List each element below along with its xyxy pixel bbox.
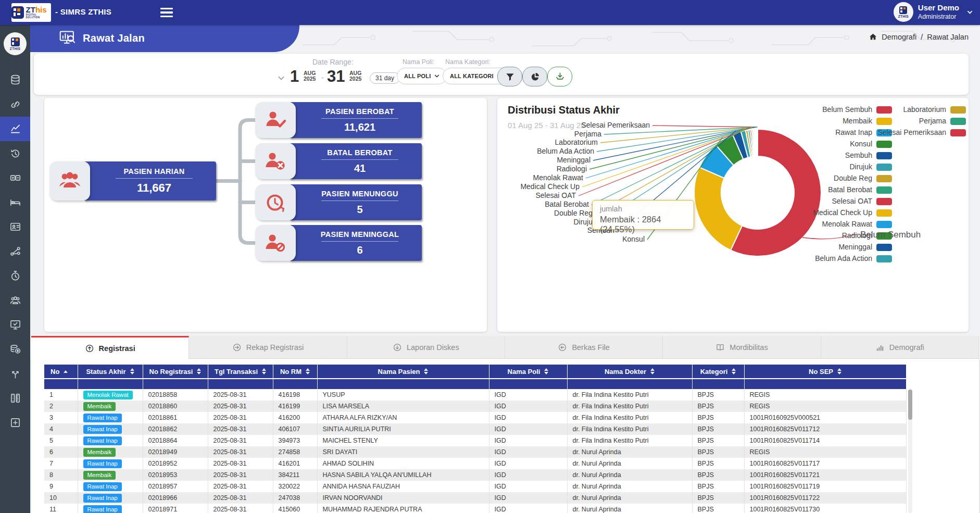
sidebar-item-bed[interactable] <box>0 190 30 215</box>
legend-label-belum-ada-action[interactable]: Belum Ada Action <box>815 254 872 262</box>
legend-label-rawat-inap[interactable]: Rawat Inap <box>835 128 872 136</box>
sort-icon[interactable] <box>197 368 201 374</box>
sidebar-item-measure[interactable] <box>0 386 30 410</box>
legend-label-perjama[interactable]: Perjama <box>919 117 946 125</box>
tab-registrasi[interactable]: Registrasi <box>31 336 189 359</box>
column-header-nama-dokter[interactable]: Nama Dokter <box>567 365 692 379</box>
legend-label-konsul[interactable]: Konsul <box>850 140 872 148</box>
sidebar-item-branch-arrows[interactable] <box>0 361 30 386</box>
legend-label-dirujuk[interactable]: Dirujuk <box>849 162 872 171</box>
legend-swatch-perjama[interactable] <box>950 118 966 125</box>
legend-label-medical-check-up[interactable]: Medical Check Up <box>813 208 872 217</box>
legend-swatch-batal-berobat[interactable] <box>876 186 892 194</box>
column-header-status-akhir[interactable]: Status Akhir <box>78 365 143 379</box>
legend-label-double-reg[interactable]: Double Reg <box>834 174 872 182</box>
sort-icon[interactable] <box>732 368 736 374</box>
legend-swatch-belum-sembuh[interactable] <box>876 106 892 114</box>
legend-swatch-belum-ada-action[interactable] <box>876 255 892 262</box>
legend-label-sembuh[interactable]: Sembuh <box>845 151 872 159</box>
legend-swatch-konsul[interactable] <box>876 141 892 148</box>
menu-toggle-icon[interactable] <box>160 8 173 17</box>
sidebar-item-history[interactable] <box>0 141 30 166</box>
table-row[interactable]: 11Rawat Inap020189712025-08-31415060MUHA… <box>44 504 906 513</box>
sidebar-item-chart-line[interactable] <box>0 117 30 141</box>
date-end-monthyear[interactable]: AUG2025 <box>349 70 361 82</box>
sidebar-item-users[interactable] <box>0 288 30 312</box>
sort-icon[interactable] <box>650 368 655 374</box>
tab-mordibilitas[interactable]: Mordibilitas <box>663 336 821 359</box>
legend-label-menolak-rawat[interactable]: Menolak Rawat <box>822 220 873 228</box>
download-button[interactable] <box>547 67 572 86</box>
apply-filter-button[interactable] <box>497 67 522 86</box>
legend-label-meninggal[interactable]: Meninggal <box>838 243 872 251</box>
tab-rekap-registrasi[interactable]: Rekap Registrasi <box>189 336 347 359</box>
app-logo[interactable]: ZThis DIGITAL SOLUTION <box>11 3 51 22</box>
sidebar-item-database[interactable] <box>0 68 30 92</box>
table-row[interactable]: 2Membaik020188602025-08-31416199LISA MAR… <box>44 401 906 412</box>
column-header-nama-poli[interactable]: Nama Poli <box>489 365 567 379</box>
tab-laporan-diskes[interactable]: Laporan Diskes <box>347 336 505 359</box>
table-row[interactable]: 8Membaik020189532025-08-31384211HASNA SA… <box>44 469 906 481</box>
donut-slice-membaik[interactable] <box>694 167 742 250</box>
sidebar-item-add-box[interactable] <box>0 410 30 435</box>
legend-label-selesai-oat[interactable]: Selesai OAT <box>832 197 872 205</box>
sort-icon[interactable] <box>424 368 428 374</box>
legend-swatch-selesai-oat[interactable] <box>876 198 892 205</box>
table-row[interactable]: 9Rawat Inap020189572025-08-31320022ANNID… <box>44 481 906 492</box>
sort-icon[interactable] <box>130 368 134 374</box>
sidebar-item-link[interactable] <box>0 92 30 117</box>
date-picker-chevron-icon[interactable] <box>278 74 285 82</box>
sort-icon[interactable] <box>306 368 310 374</box>
legend-swatch-sembuh[interactable] <box>876 152 892 159</box>
sidebar-item-stopwatch[interactable] <box>0 264 30 288</box>
tab-berkas-file[interactable]: Berkas File <box>505 336 663 359</box>
chart-view-button[interactable] <box>522 67 547 86</box>
date-start-day[interactable]: 1 <box>290 68 299 84</box>
sort-icon[interactable] <box>837 368 841 374</box>
sort-icon[interactable] <box>262 368 266 374</box>
table-row[interactable]: 4Rawat Inap020188622025-08-31406107SINTI… <box>44 423 906 435</box>
sidebar-item-calculator[interactable] <box>0 166 30 190</box>
legend-label-membaik[interactable]: Membaik <box>843 117 872 125</box>
table-row[interactable]: 7Rawat Inap020189522025-08-31416201AHMAD… <box>44 458 906 469</box>
table-row[interactable]: 3Rawat Inap020188612025-08-31416200ATHAR… <box>44 412 906 423</box>
legend-label-laboratorium[interactable]: Laboratorium <box>903 105 947 114</box>
user-menu[interactable]: ZTHIS User Demo Administrator <box>894 2 973 22</box>
sidebar-logo[interactable]: ZTHIS <box>4 32 27 55</box>
table-row[interactable]: 1Menolak Rawat020188582025-08-31416198YU… <box>44 389 906 401</box>
column-header-nama-pasien[interactable]: Nama Pasien <box>317 365 489 379</box>
tab-demografi[interactable]: Demografi <box>821 336 979 359</box>
legend-swatch-menolak-rawat[interactable] <box>876 221 892 228</box>
column-header-no-sep[interactable]: No SEP <box>744 365 906 379</box>
sort-icon[interactable] <box>544 368 548 374</box>
date-start-monthyear[interactable]: AUG2025 <box>304 70 316 82</box>
legend-label-batal-berobat[interactable]: Batal Berobat <box>828 185 872 194</box>
breadcrumb-parent[interactable]: Demografi <box>882 33 916 41</box>
date-end-day[interactable]: 31 <box>327 68 345 84</box>
column-header-no-rm[interactable]: No RM <box>273 365 317 379</box>
column-header-no-registrasi[interactable]: No Registrasi <box>143 365 208 379</box>
table-row[interactable]: 6Membaik020189492025-08-31274858SRI DAYA… <box>44 446 906 458</box>
sort-icon[interactable] <box>64 370 68 373</box>
column-header-tgl-transaksi[interactable]: Tgl Transaksi <box>208 365 273 379</box>
sidebar-item-monitor-check[interactable] <box>0 312 30 337</box>
sidebar-item-network[interactable] <box>0 239 30 264</box>
legend-swatch-meninggal[interactable] <box>876 244 892 251</box>
legend-swatch-dirujuk[interactable] <box>876 164 892 171</box>
donut-slice-selesai-pemeriksaan[interactable] <box>757 129 758 156</box>
home-icon[interactable] <box>869 32 877 41</box>
legend-label-selesai-pemeriksaan[interactable]: Selesai Pemeriksaan <box>877 128 946 136</box>
sidebar-item-coins[interactable] <box>0 337 30 361</box>
poli-select[interactable]: ALL POLI <box>397 68 447 84</box>
legend-swatch-laboratorium[interactable] <box>950 106 966 114</box>
table-scrollbar-thumb[interactable] <box>908 390 912 420</box>
legend-swatch-double-reg[interactable] <box>876 175 892 182</box>
legend-swatch-membaik[interactable] <box>876 118 892 125</box>
column-header-kategori[interactable]: Kategori <box>692 365 744 379</box>
legend-label-belum-sembuh[interactable]: Belum Sembuh <box>822 105 872 114</box>
column-header-no[interactable]: No <box>44 365 78 379</box>
table-row[interactable]: 10Rawat Inap020189662025-08-31247038IRVA… <box>44 492 906 504</box>
legend-swatch-medical-check-up[interactable] <box>876 209 892 217</box>
sidebar-item-id-card[interactable] <box>0 215 30 239</box>
legend-swatch-selesai-pemeriksaan[interactable] <box>950 129 966 136</box>
